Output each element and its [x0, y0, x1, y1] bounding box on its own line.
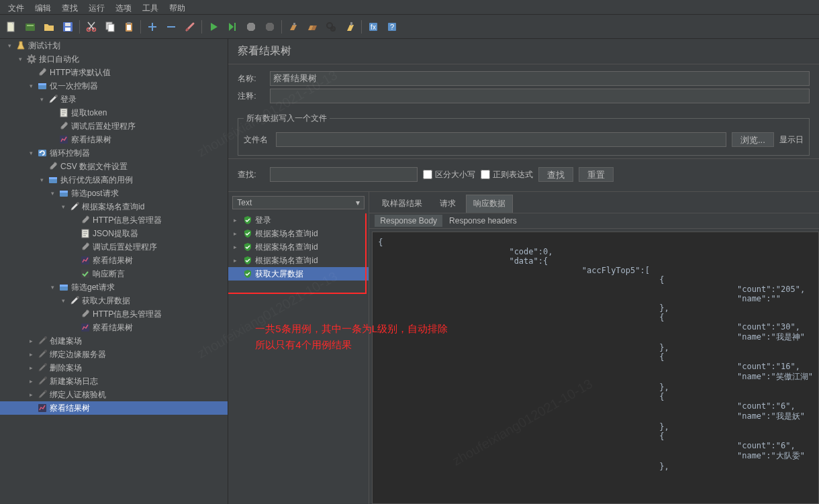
name-input[interactable] [270, 71, 810, 86]
tree-item[interactable]: ▾循环控制器 [0, 146, 228, 160]
stop-icon[interactable] [242, 18, 260, 36]
tree-item[interactable]: 察看结果树 [0, 401, 228, 415]
svg-point-44 [44, 350, 47, 352]
test-plan-tree[interactable]: ▾测试计划▾接口自动化HTTP请求默认值▾仅一次控制器▾登录提取token调试后… [0, 39, 228, 504]
tree-item[interactable]: 察看结果树 [0, 321, 228, 334]
tree-toggle-icon[interactable]: ▾ [38, 96, 46, 103]
search-button[interactable]: 查找 [538, 167, 573, 182]
shutdown-icon[interactable] [261, 18, 279, 36]
tab-response[interactable]: 响应数据 [466, 195, 513, 213]
tree-item[interactable]: ▾筛选get请求 [0, 281, 228, 294]
tree-item[interactable]: ▾筛选post请求 [0, 187, 228, 200]
menu-find[interactable]: 查找 [56, 1, 83, 13]
tree-toggle-icon[interactable]: ▸ [27, 351, 35, 358]
doc-icon [80, 228, 91, 239]
menu-help[interactable]: 帮助 [164, 1, 191, 13]
tree-item[interactable]: 响应断言 [0, 267, 228, 281]
save-icon[interactable] [59, 18, 77, 36]
tab-request[interactable]: 请求 [432, 195, 463, 213]
menu-edit[interactable]: 编辑 [30, 1, 56, 13]
tree-toggle-icon[interactable]: ▾ [59, 297, 67, 304]
tree-toggle-icon[interactable]: ▾ [38, 177, 46, 183]
tree-toggle-icon[interactable]: ▾ [16, 56, 24, 62]
new-icon[interactable] [3, 18, 20, 36]
templates-icon[interactable] [21, 18, 39, 36]
tree-toggle-icon[interactable]: ▾ [59, 203, 67, 210]
tree-item[interactable]: HTTP信息头管理器 [0, 213, 228, 227]
tree-item[interactable]: ▾登录 [0, 93, 228, 106]
case-sensitive-checkbox[interactable]: 区分大小写 [423, 169, 475, 181]
tree-item[interactable]: CSV 数据文件设置 [0, 160, 228, 173]
result-item[interactable]: ▸登录 [228, 213, 369, 227]
wrench-icon [48, 161, 58, 172]
expand-icon[interactable] [144, 18, 161, 36]
result-item[interactable]: ▸根据案场名查询id [228, 240, 369, 254]
menu-tools[interactable]: 工具 [137, 1, 164, 13]
tree-item[interactable]: ▾执行优先级高的用例 [0, 173, 228, 187]
tree-item[interactable]: ▸新建案场日志 [0, 374, 228, 388]
tree-toggle-icon[interactable]: ▸ [234, 257, 240, 264]
result-item[interactable]: 获取大屏数据 [228, 267, 369, 281]
paste-icon[interactable] [120, 18, 138, 36]
tree-toggle-icon[interactable]: ▾ [27, 83, 35, 89]
run-icon[interactable] [205, 18, 222, 36]
tree-item[interactable]: ▸删除案场 [0, 361, 228, 374]
function-icon[interactable]: fx [365, 18, 382, 36]
tree-item[interactable]: ▸绑定边缘服务器 [0, 348, 228, 361]
tree-item[interactable]: ▸绑定人证核验机 [0, 388, 228, 401]
filename-input[interactable] [276, 132, 726, 147]
menu-file[interactable]: 文件 [3, 1, 30, 13]
tree-item[interactable]: ▾测试计划 [0, 39, 228, 52]
clear-icon[interactable] [285, 18, 302, 36]
tree-toggle-icon[interactable]: ▸ [234, 230, 240, 237]
search-icon[interactable] [322, 18, 340, 36]
search-input[interactable] [270, 167, 418, 182]
tree-item[interactable]: ▸创建案场 [0, 334, 228, 348]
toggle-icon[interactable] [181, 18, 199, 36]
tree-item[interactable]: ▾接口自动化 [0, 52, 228, 66]
help-icon[interactable]: ? [383, 18, 401, 36]
reset-search-icon[interactable] [341, 18, 358, 36]
tree-toggle-icon[interactable]: ▸ [234, 217, 240, 223]
tree-item[interactable]: 察看结果树 [0, 133, 228, 146]
subtab-headers[interactable]: Response headers [444, 215, 522, 227]
run-no-pause-icon[interactable] [224, 18, 241, 36]
tree-item[interactable]: 调试后置处理程序 [0, 119, 228, 133]
tree-item[interactable]: ▾根据案场名查询id [0, 200, 228, 213]
tree-item[interactable]: 调试后置处理程序 [0, 240, 228, 254]
collapse-icon[interactable] [162, 18, 180, 36]
browse-button[interactable]: 浏览... [732, 132, 774, 147]
gear-icon [26, 54, 37, 64]
cut-icon[interactable] [83, 18, 100, 36]
tree-item[interactable]: JSON提取器 [0, 227, 228, 240]
result-item[interactable]: ▸根据案场名查询id [228, 254, 369, 267]
comment-input[interactable] [270, 89, 810, 103]
tree-toggle-icon[interactable]: ▾ [5, 42, 13, 49]
tree-toggle-icon[interactable]: ▾ [48, 190, 56, 197]
tree-item[interactable]: ▾仅一次控制器 [0, 79, 228, 93]
renderer-dropdown[interactable]: Text ▾ [232, 196, 365, 209]
tree-toggle-icon[interactable]: ▾ [48, 284, 56, 291]
tree-toggle-icon[interactable]: ▾ [27, 150, 35, 156]
menu-run[interactable]: 运行 [83, 1, 110, 13]
copy-icon[interactable] [101, 18, 119, 36]
tree-toggle-icon[interactable]: ▸ [234, 244, 240, 250]
response-body[interactable]: { "code":0, "data":{ "accFlyTop5":[ { [372, 232, 819, 504]
tree-toggle-icon[interactable]: ▸ [27, 391, 35, 398]
regex-checkbox[interactable]: 正则表达式 [481, 169, 533, 181]
tree-toggle-icon[interactable]: ▸ [27, 338, 35, 344]
tree-toggle-icon[interactable]: ▸ [27, 364, 35, 371]
tree-toggle-icon[interactable]: ▸ [27, 378, 35, 385]
tree-item[interactable]: HTTP信息头管理器 [0, 307, 228, 321]
open-icon[interactable] [40, 18, 58, 36]
reset-button[interactable]: 重置 [579, 167, 614, 182]
tree-item[interactable]: ▾获取大屏数据 [0, 294, 228, 307]
tree-item[interactable]: 提取token [0, 106, 228, 119]
tab-sampler[interactable]: 取样器结果 [375, 195, 430, 213]
menu-options[interactable]: 选项 [110, 1, 137, 13]
clear-all-icon[interactable] [303, 18, 321, 36]
tree-item[interactable]: 察看结果树 [0, 254, 228, 267]
result-item[interactable]: ▸根据案场名查询id [228, 227, 369, 240]
subtab-body[interactable]: Response Body [375, 215, 442, 227]
tree-item[interactable]: HTTP请求默认值 [0, 66, 228, 79]
